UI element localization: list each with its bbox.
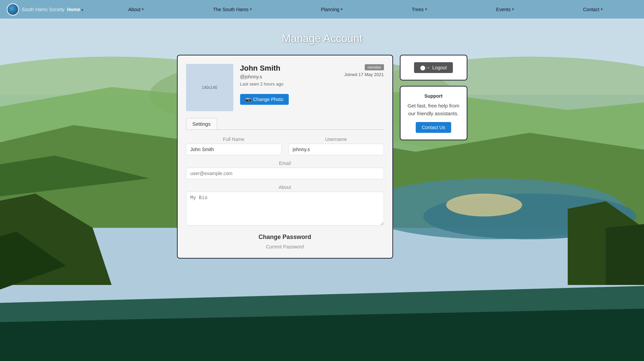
brand-text: South Hams Society Home ▾	[22, 7, 83, 12]
nav-item-contact[interactable]: Contact ▾	[579, 4, 607, 15]
support-card: Support Get fast, free help from our fri…	[400, 86, 467, 140]
navbar-nav: About ▾The South Hams ▾Planning ▾Trees ▾…	[94, 4, 637, 15]
navbar-brand[interactable]: South Hams Society Home ▾	[7, 3, 83, 16]
tab-underline	[186, 129, 384, 130]
brand-chevron: ▾	[81, 8, 83, 12]
email-group: Email	[186, 161, 384, 179]
hero-section: Manage Account 140x140 John Smith @johnn…	[0, 19, 644, 361]
contact-us-button[interactable]: Contact Us	[416, 122, 451, 133]
email-input[interactable]	[186, 168, 384, 179]
email-label: Email	[186, 161, 384, 166]
current-password-label: Current Password	[186, 244, 384, 249]
nav-item-planning[interactable]: Planning ▾	[317, 4, 347, 15]
full-name-input[interactable]	[186, 144, 282, 155]
right-sidebar: ⬤→ Logout Support Get fast, free help fr…	[400, 55, 467, 140]
profile-header: 140x140 John Smith @johnny.s Last seen 2…	[186, 64, 384, 111]
main-card: 140x140 John Smith @johnny.s Last seen 2…	[177, 55, 393, 259]
contact-us-label: Contact Us	[422, 125, 445, 130]
chevron-icon: ▾	[142, 7, 144, 11]
brand-logo	[7, 3, 19, 16]
chevron-icon: ▾	[512, 7, 514, 11]
full-name-label: Full Name	[186, 137, 282, 142]
page-title: Manage Account	[0, 32, 644, 45]
logout-card: ⬤→ Logout	[400, 55, 467, 80]
change-password-title: Change Password	[186, 234, 384, 241]
nav-item-about[interactable]: About ▾	[124, 4, 148, 15]
username-label: Username	[288, 137, 384, 142]
logout-button[interactable]: ⬤→ Logout	[414, 62, 453, 73]
page-title-area: Manage Account	[0, 19, 644, 55]
chevron-icon: ▾	[341, 7, 343, 11]
profile-lastseen: Last seen 2 hours ago	[240, 81, 284, 87]
profile-info: John Smith @johnny.s Last seen 2 hours a…	[240, 64, 384, 105]
support-title: Support	[424, 93, 443, 99]
nav-item-events[interactable]: Events ▾	[492, 4, 518, 15]
brand-name: South Hams Society	[22, 7, 65, 12]
logout-label: Logout	[432, 65, 447, 70]
navbar: South Hams Society Home ▾ About ▾The Sou…	[0, 0, 644, 19]
about-group: About	[186, 185, 384, 227]
change-photo-button[interactable]: 📷 Change Photo	[240, 94, 289, 105]
avatar-label: 140x140	[202, 85, 217, 90]
chevron-icon: ▾	[250, 7, 252, 11]
change-photo-label: Change Photo	[253, 97, 284, 102]
name-username-row: Full Name Username	[186, 137, 384, 155]
username-input[interactable]	[288, 144, 384, 155]
full-name-group: Full Name	[186, 137, 282, 155]
support-text: Get fast, free help from our friendly as…	[407, 102, 460, 117]
joined-text: Joined 17 May 2021	[344, 72, 384, 77]
nav-item-south-hams[interactable]: The South Hams ▾	[209, 4, 256, 15]
member-badge: member	[365, 64, 384, 70]
about-textarea[interactable]	[186, 192, 384, 225]
chevron-icon: ▾	[425, 7, 427, 11]
nav-item-trees[interactable]: Trees ▾	[408, 4, 431, 15]
username-group: Username	[288, 137, 384, 155]
settings-tab-label: Settings	[192, 121, 211, 127]
avatar: 140x140	[186, 64, 233, 111]
about-label: About	[186, 185, 384, 190]
content-area: 140x140 John Smith @johnny.s Last seen 2…	[120, 55, 525, 272]
chevron-icon: ▾	[601, 7, 603, 11]
settings-tab[interactable]: Settings	[186, 118, 217, 129]
profile-name: John Smith	[240, 64, 284, 73]
profile-username: @johnny.s	[240, 74, 284, 79]
svg-marker-14	[606, 220, 644, 285]
camera-icon: 📷	[246, 97, 251, 102]
home-label: Home	[67, 7, 80, 12]
logout-icon: ⬤→	[420, 65, 430, 70]
